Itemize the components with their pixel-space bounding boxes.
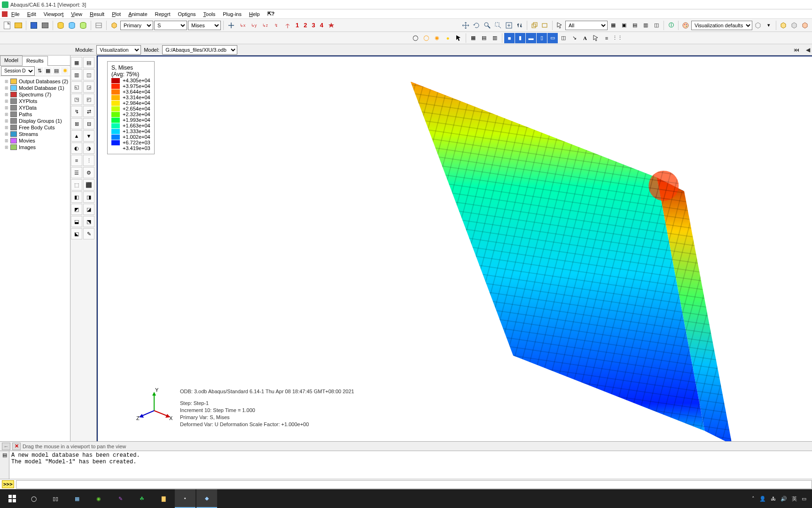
tree-item[interactable]: ⊞Movies — [1, 137, 69, 144]
render1-button[interactable] — [753, 20, 763, 31]
frame-selector-button[interactable] — [94, 20, 104, 31]
toolbox-button-3[interactable]: ◫ — [83, 69, 94, 80]
toolbox-button-15[interactable]: ◑ — [83, 143, 94, 154]
view-cycle-button[interactable] — [282, 20, 293, 31]
taskbar-app2[interactable]: ◉ — [88, 489, 109, 508]
taskbar-app4[interactable]: ☘ — [132, 489, 152, 508]
tree-item[interactable]: ⊞XYPlots — [1, 98, 69, 104]
toolbox-button-18[interactable]: ☰ — [71, 167, 82, 178]
cortana-button[interactable]: ◯ — [23, 489, 44, 508]
menu-plot[interactable]: Plot — [108, 11, 125, 17]
sel3-button[interactable]: ▤ — [630, 20, 640, 31]
prev-frame-button[interactable]: ◀ — [804, 46, 812, 54]
viz-cursor-button[interactable] — [453, 33, 464, 43]
viz-d-button[interactable]: ● — [443, 33, 453, 43]
rotate-button[interactable] — [471, 20, 482, 31]
viz-h-button[interactable]: ■ — [504, 33, 515, 43]
tab-results[interactable]: Results — [22, 56, 48, 66]
menu-options[interactable]: Options — [174, 11, 200, 17]
tree-item[interactable]: ⊞Spectrums (7) — [1, 91, 69, 98]
toolbox-button-5[interactable]: ◲ — [83, 81, 94, 93]
tree-item[interactable]: ⊞Model Database (1) — [1, 85, 69, 91]
tree-item[interactable]: ⊞XYData — [1, 104, 69, 111]
toolbox-button-28[interactable]: ⬕ — [71, 228, 82, 239]
viz-c-button[interactable]: ◉ — [432, 33, 442, 43]
parallel-button[interactable] — [540, 20, 550, 31]
viewport[interactable]: S, Mises (Avg: 75%) +4.305e+04+3.975e+04… — [97, 56, 812, 441]
db3-button[interactable] — [78, 20, 88, 31]
view-xy-button[interactable]: ↳x — [237, 20, 248, 31]
menu-help[interactable]: Help — [245, 11, 264, 17]
tray-network-icon[interactable]: 🖧 — [771, 496, 776, 501]
annot-opts2-button[interactable]: ⋮⋮ — [612, 33, 623, 43]
viz-j-button[interactable]: ▬ — [526, 33, 536, 43]
view-xz-button[interactable]: ↳y — [249, 20, 259, 31]
tray-lang[interactable]: 英 — [792, 495, 797, 502]
toolbox-button-9[interactable]: ⇄ — [83, 106, 94, 117]
viz-a-button[interactable]: ◯ — [410, 33, 421, 43]
toolbox-button-25[interactable]: ◪ — [83, 204, 94, 215]
tree-item[interactable]: ⊞Display Groups (1) — [1, 118, 69, 124]
toolbox-button-12[interactable]: ▲ — [71, 130, 82, 142]
info-button[interactable]: ⓘ — [666, 20, 676, 31]
db1-button[interactable] — [55, 20, 66, 31]
view-manip-button[interactable] — [326, 20, 336, 31]
toolbox-button-11[interactable]: ⊟ — [83, 118, 94, 129]
annot-arrow-button[interactable] — [591, 33, 601, 43]
toolbox-button-24[interactable]: ◩ — [71, 204, 82, 215]
tree-opt4-button[interactable]: ✺ — [61, 67, 69, 75]
start-button[interactable] — [2, 489, 23, 508]
fit-button[interactable] — [504, 20, 514, 31]
first-frame-button[interactable]: ⏮ — [792, 46, 801, 54]
toolbox-button-27[interactable]: ⬔ — [83, 216, 94, 227]
cli-input[interactable] — [16, 480, 812, 489]
view-4-button[interactable]: 4 — [318, 22, 325, 29]
toolbox-button-13[interactable]: ▼ — [83, 130, 94, 142]
toolbox-button-0[interactable]: ▦ — [71, 57, 82, 68]
selection-filter-combo[interactable]: All — [565, 21, 608, 30]
taskbar-app1[interactable]: ▦ — [67, 489, 87, 508]
toolbox-button-2[interactable]: ▥ — [71, 69, 82, 80]
view-2-button[interactable]: 2 — [302, 22, 309, 29]
save-button[interactable] — [29, 20, 39, 31]
viz-b-button[interactable]: ◯ — [421, 33, 431, 43]
output-position-combo[interactable]: Primary — [120, 21, 153, 30]
module-combo[interactable]: Visualization — [96, 45, 141, 55]
pan-button[interactable] — [461, 20, 471, 31]
output-component-combo[interactable]: Mises — [188, 21, 221, 30]
print-button[interactable] — [40, 20, 50, 31]
zoom-button[interactable] — [482, 20, 492, 31]
render4-button[interactable] — [789, 20, 799, 31]
sel4-button[interactable]: ▥ — [640, 20, 651, 31]
toolbox-button-26[interactable]: ⬓ — [71, 216, 82, 227]
db2-button[interactable] — [67, 20, 77, 31]
viz-f-button[interactable]: ▤ — [479, 33, 489, 43]
new-button[interactable] — [2, 20, 12, 31]
tree-opt2-button[interactable]: ▦ — [44, 67, 52, 75]
toolbox-button-7[interactable]: ◰ — [83, 94, 94, 105]
toolbox-button-23[interactable]: ◨ — [83, 191, 94, 203]
toolbox-button-20[interactable]: ⬚ — [71, 179, 82, 190]
boxzoom-button[interactable] — [493, 20, 503, 31]
toolbox-button-4[interactable]: ◱ — [71, 81, 82, 93]
tree-item[interactable]: ⊞Output Databases (2) — [1, 78, 69, 85]
viz-k-button[interactable]: ▯ — [537, 33, 547, 43]
annot-text-button[interactable]: A — [580, 33, 590, 43]
toolbox-button-21[interactable]: ⬛ — [83, 179, 94, 190]
viz-i-button[interactable]: ▮ — [515, 33, 525, 43]
viz-e-button[interactable]: ▦ — [468, 33, 478, 43]
tray-people-icon[interactable]: 👤 — [759, 496, 766, 502]
view-3-button[interactable]: 3 — [310, 22, 317, 29]
view-iso-button[interactable]: ↯ — [271, 20, 281, 31]
taskview-button[interactable]: ▯▯ — [45, 489, 66, 508]
menu-plugins[interactable]: Plug-ins — [219, 11, 245, 17]
toolbox-button-17[interactable]: ⋮ — [83, 155, 94, 166]
menu-edit[interactable]: Edit — [23, 11, 40, 17]
tree-item[interactable]: ⊞Streams — [1, 131, 69, 137]
session-data-combo[interactable]: Session Data — [1, 66, 35, 76]
tray-notify-icon[interactable]: ▭ — [802, 496, 806, 502]
tray-chevron-icon[interactable]: ˄ — [752, 496, 755, 502]
toolbox-button-19[interactable]: ⚙ — [83, 167, 94, 178]
viz-g-button[interactable]: ▥ — [490, 33, 500, 43]
tree-opt3-button[interactable]: ▤ — [53, 67, 60, 75]
